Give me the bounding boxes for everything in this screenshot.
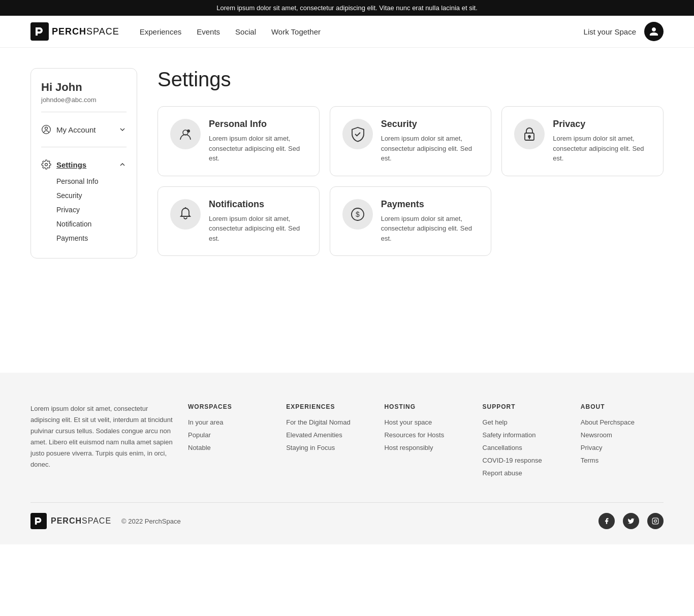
notifications-card[interactable]: Notifications Lorem ipsum dolor sit amet… [157,186,320,256]
banner-text: Lorem ipsum dolor sit amet, consectetur … [216,4,478,12]
svg-rect-14 [652,518,658,524]
footer-link-popular[interactable]: Popular [188,431,271,439]
sidebar-divider-2 [41,147,127,147]
footer-experiences-links: For the Digital Nomad Elevated Amenities… [286,418,369,451]
main-container: Hi John johndoe@abc.com My Account [0,48,694,352]
logo[interactable]: PERCHSPACE [30,22,119,41]
settings-sub-menu: Personal Info Security Privacy Notificat… [41,176,127,244]
facebook-icon[interactable] [598,513,615,529]
notifications-icon-wrap [170,199,201,230]
footer-link-cancellations[interactable]: Cancellations [483,444,565,451]
logo-icon [30,22,49,41]
footer-link-host-space[interactable]: Host your space [384,418,467,426]
sidebar-item-security[interactable]: Security [56,190,127,201]
security-card-title: Security [381,119,479,129]
sidebar-section-my-account: My Account [41,120,127,139]
my-account-label: My Account [56,125,96,134]
sidebar: Hi John johndoe@abc.com My Account [30,68,137,258]
footer-col-support-title: SUPPORT [483,403,565,410]
cards-top-row: i Personal Info Lorem ipsum dolor sit am… [157,106,664,176]
top-banner: Lorem ipsum dolor sit amet, consectetur … [0,0,694,16]
instagram-icon[interactable] [647,513,664,529]
sidebar-item-privacy[interactable]: Privacy [56,204,127,215]
personal-info-card[interactable]: i Personal Info Lorem ipsum dolor sit am… [157,106,320,176]
security-card[interactable]: Security Lorem ipsum dolor sit amet, con… [330,106,492,176]
chevron-up-icon [118,160,127,169]
header-right: List your Space [584,22,664,41]
twitter-icon[interactable] [623,513,639,529]
sidebar-item-payments[interactable]: Payments [56,233,127,244]
sidebar-item-personal-info[interactable]: Personal Info [56,176,127,187]
footer-link-get-help[interactable]: Get help [483,418,565,426]
payments-card-title: Payments [381,199,479,210]
svg-text:$: $ [356,210,360,218]
footer-link-newsroom[interactable]: Newsroom [581,431,664,439]
sidebar-section-settings: Settings Personal Info Security Privacy … [41,155,127,244]
footer-link-about-perchspace[interactable]: About Perchspace [581,418,664,426]
svg-point-16 [657,519,657,520]
svg-point-15 [654,520,657,523]
privacy-icon-wrap [514,119,545,149]
footer-link-covid[interactable]: COVID-19 response [483,457,565,464]
gear-icon [41,159,51,170]
footer-col-about-title: ABOUT [581,403,664,410]
footer: Lorem ipsum dolor sit amet, consectetur … [0,373,694,544]
personal-info-icon-wrap: i [170,119,201,149]
sidebar-item-notification[interactable]: Notification [56,218,127,230]
footer-link-staying-in-focus[interactable]: Staying in Focus [286,444,369,451]
footer-col-experiences-title: EXPERIENCES [286,403,369,410]
main-nav: Experiences Events Social Work Together [140,27,584,36]
user-icon [649,26,659,37]
footer-col-support: SUPPORT Get help Safety information Canc… [483,403,565,477]
bell-icon [177,206,194,222]
payments-card-desc: Lorem ipsum dolor sit amet, consectetur … [381,214,479,244]
my-account-header[interactable]: My Account [41,120,127,139]
footer-link-notable[interactable]: Notable [188,444,271,451]
footer-link-host-responsibly[interactable]: Host responsibly [384,444,467,451]
nav-events[interactable]: Events [197,27,220,36]
sidebar-greeting-email: johndoe@abc.com [41,96,127,104]
footer-link-privacy[interactable]: Privacy [581,444,664,451]
footer-col-experiences: EXPERIENCES For the Digital Nomad Elevat… [286,403,369,477]
logo-text: PERCHSPACE [52,26,119,37]
footer-col-hosting-title: HOSTING [384,403,467,410]
personal-info-card-title: Personal Info [209,119,307,129]
payments-icon-wrap: $ [342,199,373,230]
footer-hosting-links: Host your space Resources for Hosts Host… [384,418,467,451]
user-avatar-button[interactable] [644,22,664,41]
security-icon-wrap [342,119,373,149]
footer-logo[interactable]: PERCHSPACE [30,513,111,529]
nav-experiences[interactable]: Experiences [140,27,182,36]
user-circle-icon [41,124,51,135]
nav-work-together[interactable]: Work Together [271,27,321,36]
personal-info-icon: i [177,126,194,142]
sidebar-greeting-name: Hi John [41,81,127,94]
notifications-card-desc: Lorem ipsum dolor sit amet, consectetur … [209,214,307,244]
payments-card[interactable]: $ Payments Lorem ipsum dolor sit amet, c… [330,186,492,256]
footer-link-terms[interactable]: Terms [581,457,664,464]
svg-point-2 [45,127,48,129]
footer-about-links: About Perchspace Newsroom Privacy Terms [581,418,664,464]
footer-link-report-abuse[interactable]: Report abuse [483,469,565,477]
footer-col-workspaces: WORSPACES In your area Popular Notable [188,403,271,477]
content-area: Settings i Personal Info Lorem ipsum dol… [157,68,664,332]
svg-text:i: i [188,129,188,133]
footer-logo-icon [30,513,47,529]
footer-link-safety[interactable]: Safety information [483,431,565,439]
nav-social[interactable]: Social [235,27,256,36]
footer-col-about: ABOUT About Perchspace Newsroom Privacy … [581,403,664,477]
shield-check-icon [350,126,366,142]
footer-link-in-your-area[interactable]: In your area [188,418,271,426]
notifications-card-title: Notifications [209,199,307,210]
privacy-card[interactable]: Privacy Lorem ipsum dolor sit amet, cons… [501,106,664,176]
footer-link-resources-hosts[interactable]: Resources for Hosts [384,431,467,439]
footer-link-elevated-amenities[interactable]: Elevated Amenities [286,431,369,439]
footer-bottom-left: PERCHSPACE © 2022 PerchSpace [30,513,181,529]
settings-header[interactable]: Settings [41,155,127,174]
settings-label: Settings [56,160,86,169]
footer-workspaces-links: In your area Popular Notable [188,418,271,451]
dollar-circle-icon: $ [350,206,366,222]
svg-point-8 [528,136,530,138]
footer-link-digital-nomad[interactable]: For the Digital Nomad [286,418,369,426]
list-space-button[interactable]: List your Space [584,27,636,36]
